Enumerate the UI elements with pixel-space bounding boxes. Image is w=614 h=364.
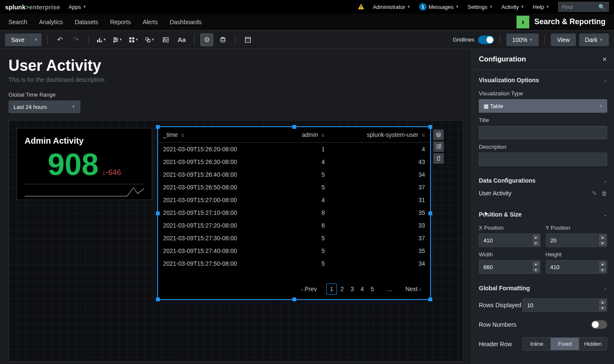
resize-handle[interactable] [156, 297, 160, 301]
table-row[interactable]: 2021-03-09T15:26:20-08:0014 [158, 143, 430, 156]
redo-button[interactable]: ↷ [70, 33, 83, 46]
add-shape-button[interactable]: ▼ [143, 33, 156, 46]
pager-page[interactable]: 5 [367, 284, 378, 294]
step-down-icon[interactable]: ▼ [532, 267, 540, 273]
data-config-section[interactable]: Data Configurations ⌄ [479, 175, 607, 186]
activity-menu[interactable]: Activity ▼ [501, 4, 524, 10]
column-header[interactable]: _time ⇅ [158, 127, 281, 143]
pager-next[interactable]: Next › [402, 284, 424, 294]
table-row[interactable]: 2021-03-09T15:27:10-08:00835 [158, 206, 430, 219]
app-tab-search[interactable]: Search [8, 19, 27, 25]
table-cell: 5 [281, 232, 330, 245]
step-down-icon[interactable]: ▼ [599, 267, 606, 273]
apps-menu[interactable]: Apps ▼ [69, 4, 87, 10]
table-row[interactable]: 2021-03-09T15:27:50-08:00534 [158, 257, 430, 270]
pager-ellipsis: … [383, 284, 396, 294]
add-controls-button[interactable]: ▼ [111, 33, 124, 46]
edit-icon[interactable]: ✎ [592, 190, 597, 197]
step-up-icon[interactable]: ▲ [532, 234, 540, 240]
pager-page[interactable]: 2 [337, 284, 347, 294]
table-row[interactable]: 2021-03-09T15:26:50-08:00537 [158, 181, 430, 194]
duplicate-icon[interactable] [433, 142, 444, 152]
splunk-logo[interactable]: splunk>enterprise [5, 3, 60, 11]
column-header[interactable]: admin ⇅ [281, 127, 330, 143]
delete-icon[interactable]: 🗑 [601, 190, 607, 197]
step-down-icon[interactable]: ▼ [599, 305, 606, 311]
resize-handle[interactable] [428, 211, 432, 215]
undo-button[interactable]: ↶ [54, 33, 67, 46]
settings-gear-button[interactable]: ⚙ [200, 33, 213, 46]
save-button[interactable]: Save [5, 33, 31, 46]
pager-prev[interactable]: ‹ Prev [298, 284, 320, 294]
step-up-icon[interactable]: ▲ [599, 299, 606, 305]
panel-title: Configuration [479, 55, 526, 64]
gridlines-toggle[interactable] [478, 36, 494, 44]
app-tab-datasets[interactable]: Datasets [75, 19, 98, 25]
table-row[interactable]: 2021-03-09T15:27:30-08:00537 [158, 232, 430, 245]
table-row[interactable]: 2021-03-09T15:27:40-08:00535 [158, 245, 430, 257]
y-position-input[interactable] [546, 233, 608, 247]
app-tab-dashboards[interactable]: Dashboards [169, 19, 202, 25]
x-position-input[interactable] [479, 233, 541, 247]
data-sources-button[interactable] [217, 33, 229, 46]
header-row-fixed[interactable]: Fixed [551, 338, 579, 350]
viz-type-select[interactable]: ▦ Table ▼ [479, 99, 607, 113]
global-find-input[interactable]: Find🔍 [558, 2, 609, 12]
resize-handle[interactable] [428, 125, 432, 129]
app-tab-analytics[interactable]: Analytics [39, 19, 63, 25]
admin-activity-widget[interactable]: Admin Activity 908 ↓-646 [17, 128, 152, 200]
warning-icon[interactable] [358, 3, 364, 10]
step-down-icon[interactable]: ▼ [599, 240, 606, 246]
resize-handle[interactable] [156, 211, 160, 215]
delete-icon[interactable] [433, 153, 444, 164]
step-up-icon[interactable]: ▲ [599, 234, 606, 240]
step-up-icon[interactable]: ▲ [599, 261, 606, 267]
administrator-menu[interactable]: Administrator ▼ [373, 4, 411, 10]
pager-page[interactable]: 1 [326, 283, 337, 295]
view-button[interactable]: View [551, 33, 575, 46]
resize-handle[interactable] [292, 297, 296, 301]
add-grid-button[interactable]: ▼ [127, 33, 140, 46]
column-header[interactable]: splunk-system-user ⇅ [330, 127, 430, 143]
width-input[interactable] [479, 260, 541, 274]
table-row[interactable]: 2021-03-09T15:26:40-08:00534 [158, 168, 430, 181]
source-code-button[interactable] [242, 33, 254, 46]
settings-menu[interactable]: Settings ▼ [467, 4, 493, 10]
header-row-hidden[interactable]: Hidden [579, 338, 607, 350]
row-numbers-toggle[interactable] [591, 320, 607, 329]
position-size-section[interactable]: Position & Size ⌄ [479, 208, 607, 220]
theme-dropdown[interactable]: Dark ▼ [579, 33, 609, 46]
step-down-icon[interactable]: ▼ [532, 240, 540, 246]
table-row[interactable]: 2021-03-09T15:26:30-08:00443 [158, 156, 430, 168]
app-tab-reports[interactable]: Reports [110, 19, 131, 25]
table-widget[interactable]: _time ⇅admin ⇅splunk-system-user ⇅ 2021-… [157, 126, 431, 300]
search-reporting-icon[interactable]: › [517, 16, 529, 28]
time-range-picker[interactable]: Last 24 hours▼ [8, 100, 81, 113]
add-image-button[interactable] [159, 33, 172, 46]
resize-handle[interactable] [292, 125, 296, 129]
table-row[interactable]: 2021-03-09T15:27:20-08:00633 [158, 219, 430, 232]
table-row[interactable]: 2021-03-09T15:27:00-08:00431 [158, 194, 430, 206]
step-up-icon[interactable]: ▲ [532, 261, 540, 267]
help-menu[interactable]: Help ▼ [533, 4, 550, 10]
add-chart-button[interactable]: ▼ [95, 33, 108, 46]
close-icon[interactable]: ✕ [602, 56, 607, 63]
header-row-inline[interactable]: Inline [523, 338, 551, 350]
rows-displayed-input[interactable] [522, 298, 607, 312]
description-input[interactable] [479, 153, 607, 166]
title-input[interactable] [479, 126, 607, 139]
pager-page[interactable]: 3 [347, 284, 357, 294]
add-text-button[interactable]: Aa [175, 33, 188, 46]
viz-options-section[interactable]: Visualization Options ⌄ [479, 74, 607, 86]
resize-handle[interactable] [428, 297, 432, 301]
global-formatting-section[interactable]: Global Formatting ⌄ [479, 282, 607, 294]
resize-handle[interactable] [156, 125, 160, 129]
zoom-dropdown[interactable]: 100% ▼ [506, 33, 539, 46]
messages-menu[interactable]: 1 Messages ▼ [419, 3, 459, 11]
save-dropdown[interactable]: ▼ [31, 33, 42, 46]
height-input[interactable] [546, 260, 608, 274]
layers-icon[interactable] [433, 130, 444, 140]
app-tab-alerts[interactable]: Alerts [143, 19, 158, 25]
dashboard-grid[interactable]: Admin Activity 908 ↓-646 [8, 120, 463, 361]
pager-page[interactable]: 4 [357, 284, 367, 294]
